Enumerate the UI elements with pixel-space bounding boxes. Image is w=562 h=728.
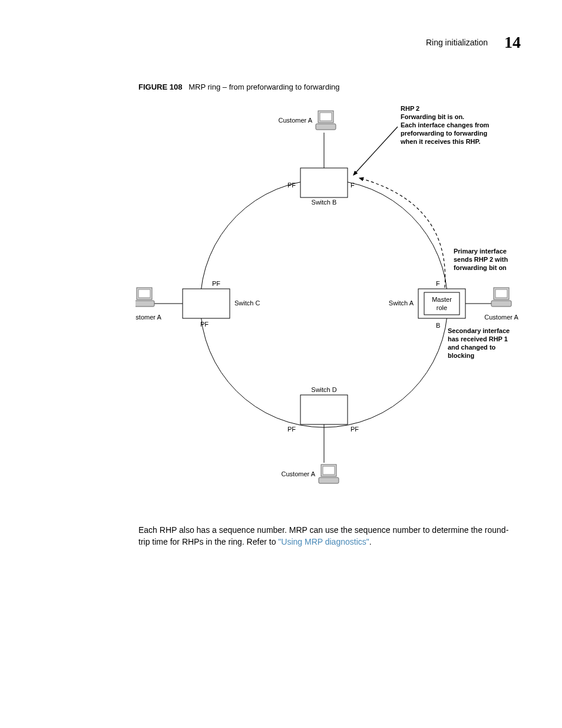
dashed-arrow-primary — [359, 178, 445, 288]
switch-b-box — [300, 168, 348, 197]
computer-icon — [135, 288, 154, 307]
chapter-number: 14 — [504, 33, 521, 52]
port-a-bottom: B — [436, 322, 440, 329]
port-c-top: PF — [212, 280, 220, 287]
svg-rect-7 — [495, 289, 507, 298]
figure-caption: FIGURE 108 MRP ring – from preforwarding… — [138, 83, 340, 91]
svg-rect-4 — [138, 289, 150, 298]
switch-d-label: Switch D — [311, 386, 336, 393]
master-role-label-2: role — [437, 304, 447, 311]
svg-rect-11 — [319, 477, 339, 483]
secondary-line: blocking — [448, 352, 474, 359]
mrp-ring-diagram: Switch B PF F Customer A Switch C PF PF … — [135, 100, 536, 501]
rhp2-line: Each interface changes from — [401, 121, 490, 129]
figure-label: FIGURE 108 — [138, 83, 182, 91]
secondary-line: Secondary interface — [448, 327, 510, 334]
secondary-line: has received RHP 1 — [448, 335, 508, 342]
port-a-top: F — [436, 280, 440, 287]
svg-rect-5 — [135, 301, 154, 307]
master-role-label-1: Master — [432, 296, 452, 303]
secondary-line: and changed to — [448, 344, 496, 351]
figure-title: MRP ring – from preforwarding to forward… — [189, 83, 339, 91]
customer-bottom-label: Customer A — [282, 470, 316, 477]
svg-rect-10 — [323, 466, 335, 475]
body-paragraph: Each RHP also has a sequence number. MRP… — [138, 525, 515, 548]
port-c-bottom: PF — [200, 321, 209, 328]
body-text-span2: . — [369, 537, 372, 546]
svg-rect-8 — [491, 301, 511, 307]
primary-line: sends RHP 2 with — [454, 256, 508, 263]
customer-right-label: Customer A — [484, 314, 518, 321]
customer-left-label: Customer A — [135, 314, 161, 321]
rhp2-line: Forwarding bit is on. — [401, 113, 464, 120]
solid-arrow-rhp2 — [353, 127, 398, 175]
computer-icon — [319, 465, 339, 483]
port-d-right: PF — [351, 426, 359, 433]
switch-c-label: Switch C — [234, 299, 260, 307]
svg-rect-1 — [320, 113, 332, 121]
primary-line: forwarding bit on — [454, 264, 507, 271]
switch-c-box — [183, 289, 230, 318]
port-d-left: PF — [287, 426, 296, 433]
switch-a-label: Switch A — [389, 299, 414, 307]
computer-icon — [316, 111, 336, 130]
svg-rect-2 — [316, 124, 336, 130]
rhp2-line: when it receives this RHP. — [400, 138, 481, 145]
rhp2-line: preforwarding to forwarding — [401, 130, 487, 137]
computer-icon — [491, 288, 511, 307]
switch-d-box — [300, 395, 348, 424]
rhp2-title: RHP 2 — [401, 105, 419, 112]
customer-top-label: Customer A — [279, 117, 313, 124]
port-b-left: PF — [287, 182, 296, 189]
diagnostics-link[interactable]: "Using MRP diagnostics" — [278, 537, 369, 546]
primary-line: Primary interface — [454, 248, 507, 255]
switch-b-label: Switch B — [312, 199, 337, 206]
section-title: Ring initialization — [426, 38, 488, 47]
page-header: Ring initialization 14 — [426, 33, 521, 52]
port-b-right: F — [351, 182, 355, 189]
